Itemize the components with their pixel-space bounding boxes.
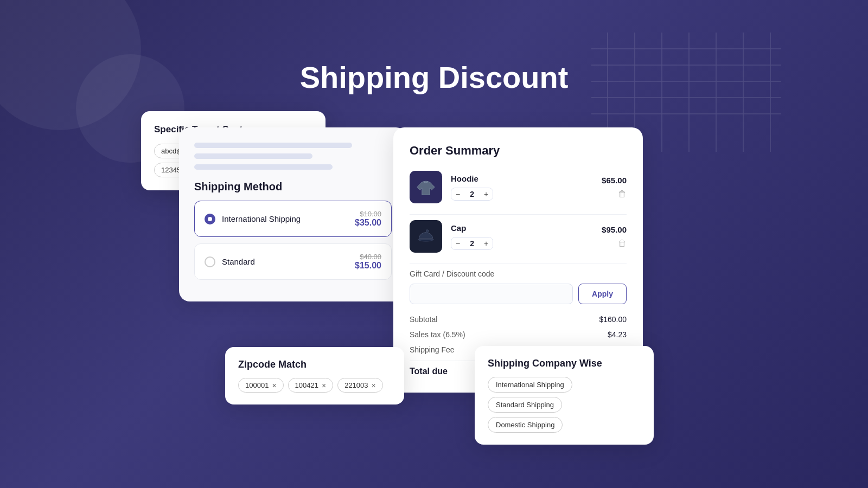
shipping-company-name-2: Domestic Shipping (496, 421, 554, 429)
shipping-company-tags: International Shipping Standard Shipping… (488, 377, 641, 433)
shipping-company-title: Shipping Company Wise (488, 358, 641, 369)
skeleton-line-1 (194, 143, 352, 148)
standard-original-price: $40.00 (355, 253, 381, 261)
hoodie-icon (416, 177, 436, 197)
gift-card-row: Apply (410, 284, 627, 304)
standard-radio-label: Standard (205, 256, 255, 267)
remove-zip-1-icon[interactable]: × (322, 382, 326, 389)
cap-delete-icon[interactable]: 🗑 (618, 239, 627, 248)
shipping-method-label: Shipping Method (194, 181, 392, 193)
cap-qty-increase[interactable]: + (480, 237, 493, 249)
remove-zip-2-icon[interactable]: × (372, 382, 376, 389)
standard-discounted-price: $15.00 (355, 261, 381, 271)
zipcode-tags-row: 100001 × 100421 × 221003 × (238, 378, 391, 393)
international-original-price: $10.00 (355, 210, 381, 218)
order-item-hoodie: Hoodie − 2 + $65.00 🗑 (410, 171, 627, 203)
subtotal-label: Subtotal (410, 315, 437, 324)
item-divider-2 (410, 264, 627, 264)
shipping-option-international[interactable]: International Shipping $10.00 $35.00 (194, 201, 392, 237)
hoodie-price: $65.00 (602, 176, 627, 185)
shipping-fee-label: Shipping Fee (410, 345, 455, 354)
standard-price-col: $40.00 $15.00 (355, 253, 381, 271)
subtotal-value: $160.00 (599, 315, 627, 324)
total-label: Total due (410, 367, 448, 376)
order-summary-title: Order Summary (410, 144, 627, 158)
tax-row: Sales tax (6.5%) $4.23 (410, 330, 627, 339)
skeleton-line-2 (194, 153, 312, 159)
tax-value: $4.23 (608, 330, 627, 339)
gift-card-label: Gift Card / Discount code (410, 269, 627, 278)
discount-code-input[interactable] (410, 284, 573, 304)
zip-tag-2[interactable]: 221003 × (337, 378, 383, 393)
standard-radio-btn[interactable] (205, 256, 215, 267)
zip-tag-0[interactable]: 100001 × (238, 378, 284, 393)
hoodie-delete-icon[interactable]: 🗑 (618, 189, 627, 199)
zipcode-title: Zipcode Match (238, 359, 391, 370)
tax-label: Sales tax (6.5%) (410, 330, 465, 339)
international-shipping-name: International Shipping (222, 214, 301, 223)
skeleton-line-3 (194, 164, 333, 170)
shipping-option-standard[interactable]: Standard $40.00 $15.00 (194, 243, 392, 280)
shipping-company-tag-1[interactable]: Standard Shipping (488, 397, 562, 413)
shipping-company-name-0: International Shipping (496, 381, 564, 389)
hoodie-qty-control[interactable]: − 2 + (451, 188, 493, 201)
international-discounted-price: $35.00 (355, 218, 381, 228)
zipcode-card: Zipcode Match 100001 × 100421 × 221003 × (225, 347, 404, 404)
cap-right: $95.00 🗑 (602, 225, 627, 248)
cap-qty-decrease[interactable]: − (451, 237, 464, 249)
international-price-col: $10.00 $35.00 (355, 210, 381, 228)
order-item-cap: Cap − 2 + $95.00 🗑 (410, 220, 627, 253)
hoodie-qty-decrease[interactable]: − (451, 188, 464, 200)
zip-tag-1[interactable]: 100421 × (288, 378, 334, 393)
apply-button[interactable]: Apply (578, 284, 627, 304)
page-title: Shipping Discount (300, 60, 569, 95)
shipping-company-name-1: Standard Shipping (496, 401, 554, 409)
shipping-company-tag-2[interactable]: Domestic Shipping (488, 417, 563, 433)
hoodie-right: $65.00 🗑 (602, 176, 627, 199)
cap-name: Cap (451, 223, 602, 233)
international-radio-btn[interactable] (205, 214, 215, 224)
hoodie-qty-increase[interactable]: + (480, 188, 493, 200)
cap-image (410, 220, 442, 253)
cap-price: $95.00 (602, 225, 627, 234)
subtotal-row: Subtotal $160.00 (410, 315, 627, 324)
hoodie-name: Hoodie (451, 174, 602, 183)
hoodie-image (410, 171, 442, 203)
checkout-card: Shipping Method International Shipping $… (179, 127, 407, 301)
cap-icon (416, 227, 436, 246)
hoodie-details: Hoodie − 2 + (451, 174, 602, 201)
standard-shipping-name: Standard (222, 257, 255, 266)
shipping-company-tag-0[interactable]: International Shipping (488, 377, 572, 393)
cap-details: Cap − 2 + (451, 223, 602, 250)
international-radio-label: International Shipping (205, 214, 301, 224)
bg-decoration-1 (0, 0, 141, 130)
zip-value-0: 100001 (245, 381, 269, 389)
remove-zip-0-icon[interactable]: × (272, 382, 276, 389)
hoodie-qty-value: 2 (464, 188, 480, 200)
item-divider-1 (410, 214, 627, 215)
cap-qty-control[interactable]: − 2 + (451, 237, 493, 250)
zip-value-2: 221003 (344, 381, 368, 389)
zip-value-1: 100421 (295, 381, 318, 389)
shipping-company-card: Shipping Company Wise International Ship… (475, 346, 654, 445)
cap-qty-value: 2 (464, 237, 480, 249)
